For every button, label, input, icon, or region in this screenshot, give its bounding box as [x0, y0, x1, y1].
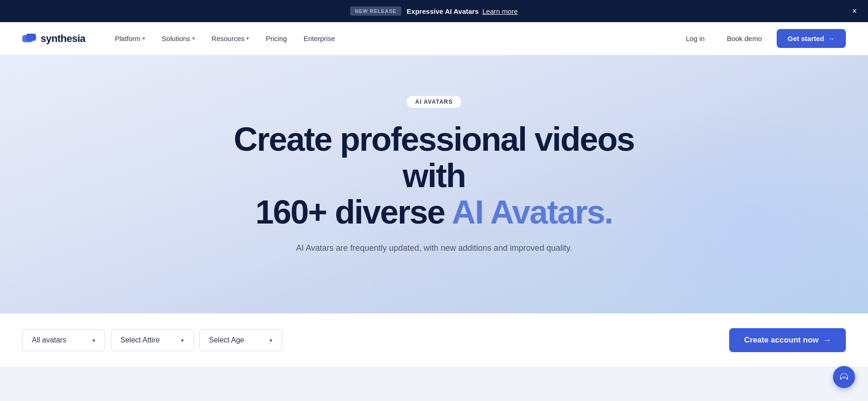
get-started-label: Get started — [788, 35, 824, 42]
filters-left: All avatars ▾ Select Attire ▾ Select Age… — [22, 329, 282, 351]
nav-links: Platform ▾ Solutions ▾ Resources ▾ Prici… — [107, 31, 678, 46]
nav-label-enterprise: Enterprise — [303, 35, 335, 42]
logo-text: synthesia — [41, 33, 85, 45]
nav-item-platform[interactable]: Platform ▾ — [107, 31, 153, 46]
filters-section: All avatars ▾ Select Attire ▾ Select Age… — [0, 313, 868, 367]
navbar: synthesia Platform ▾ Solutions ▾ Resourc… — [0, 22, 868, 55]
nav-item-solutions[interactable]: Solutions ▾ — [155, 31, 202, 46]
announcement-close-button[interactable]: × — [852, 7, 857, 15]
create-account-label: Create account now — [744, 336, 819, 345]
hero-subtitle: AI Avatars are frequently updated, with … — [296, 242, 572, 255]
attire-chevron-icon: ▾ — [181, 337, 184, 344]
nav-item-enterprise[interactable]: Enterprise — [296, 31, 342, 46]
resources-chevron-icon: ▾ — [246, 35, 249, 41]
age-chevron-icon: ▾ — [269, 337, 273, 344]
nav-item-pricing[interactable]: Pricing — [258, 31, 294, 46]
nav-item-resources[interactable]: Resources ▾ — [204, 31, 257, 46]
logo[interactable]: synthesia — [22, 33, 85, 45]
all-avatars-label: All avatars — [32, 336, 66, 344]
create-account-arrow-icon: → — [823, 336, 831, 345]
all-avatars-chevron-icon: ▾ — [92, 337, 95, 344]
nav-label-platform: Platform — [115, 35, 141, 42]
hero-badge: AI AVATARS — [406, 95, 461, 108]
announcement-link[interactable]: Learn more — [482, 7, 518, 15]
solutions-chevron-icon: ▾ — [192, 35, 195, 41]
announcement-bar: NEW RELEASE Expressive AI Avatars Learn … — [0, 0, 868, 22]
nav-label-resources: Resources — [212, 35, 245, 42]
svg-rect-1 — [26, 34, 36, 41]
all-avatars-dropdown[interactable]: All avatars ▾ — [22, 329, 105, 351]
get-started-button[interactable]: Get started → — [777, 29, 846, 48]
nav-label-pricing: Pricing — [266, 35, 287, 42]
login-button[interactable]: Log in — [678, 31, 712, 46]
nav-label-solutions: Solutions — [162, 35, 190, 42]
hero-title-accent: AI Avatars. — [452, 194, 612, 230]
book-demo-button[interactable]: Book demo — [719, 31, 769, 46]
select-age-label: Select Age — [209, 336, 244, 344]
headset-icon — [839, 372, 849, 382]
hero-section: AI AVATARS Create professional videos wi… — [0, 55, 868, 313]
logo-icon — [22, 34, 37, 44]
select-attire-dropdown[interactable]: Select Attire ▾ — [111, 329, 194, 351]
hero-title: Create professional videos with 160+ div… — [226, 121, 642, 231]
hero-title-line1: Create professional videos with — [234, 121, 634, 194]
select-attire-label: Select Attire — [120, 336, 160, 344]
get-started-arrow-icon: → — [828, 35, 835, 42]
platform-chevron-icon: ▾ — [143, 35, 145, 41]
create-account-button[interactable]: Create account now → — [729, 328, 846, 352]
announcement-badge: NEW RELEASE — [350, 6, 401, 16]
hero-title-line2: 160+ diverse — [256, 194, 452, 230]
announcement-text: Expressive AI Avatars — [407, 7, 479, 15]
select-age-dropdown[interactable]: Select Age ▾ — [199, 329, 282, 351]
support-button[interactable] — [833, 366, 855, 388]
nav-right: Log in Book demo Get started → — [678, 29, 846, 48]
